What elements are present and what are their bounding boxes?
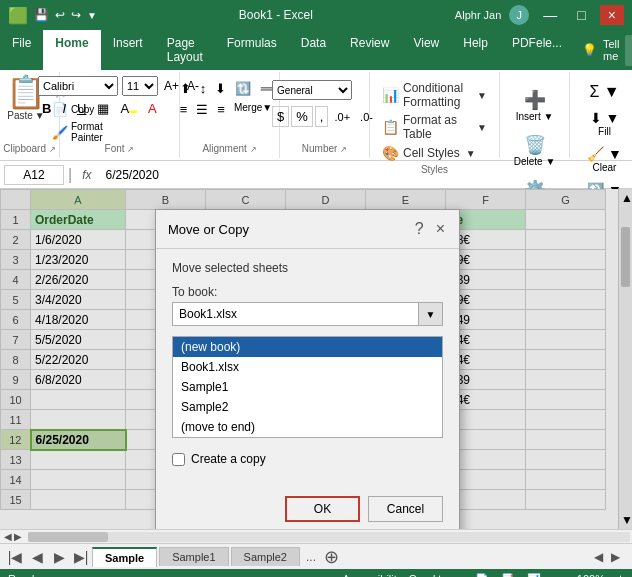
cell-styles-btn[interactable]: 🎨 Cell Styles ▼ [378,144,480,162]
ribbon-tab-bar: File Home Insert Page Layout Formulas Da… [0,30,632,70]
insert-btn[interactable]: ➕ Insert ▼ [511,86,559,125]
app-title: Book1 - Excel [97,8,455,22]
sheet-tab-sample2[interactable]: Sample2 [231,547,300,566]
underline-btn[interactable]: U [73,100,90,117]
create-copy-row: Create a copy [172,452,443,466]
tab-home[interactable]: Home [43,30,100,70]
to-book-select-wrapper[interactable]: Book1.xlsx ▼ [172,302,443,326]
tab-page-layout[interactable]: Page Layout [155,30,215,70]
format-as-table-btn[interactable]: 📋 Format as Table ▼ [378,112,491,142]
tab-help[interactable]: Help [451,30,500,70]
add-sheet-btn[interactable]: ⊕ [320,546,342,568]
sheet-nav-first[interactable]: |◀ [4,546,26,568]
comma-btn[interactable]: , [315,106,329,127]
font-group-label: Font ↗ [105,141,135,154]
modal-body: Move selected sheets To book: Book1.xlsx… [156,249,459,488]
tab-pdfele[interactable]: PDFele... [500,30,574,70]
nav-left-btn[interactable]: ◀ [590,548,607,566]
sheet-tab-sample1[interactable]: Sample1 [159,547,228,566]
merge-btn[interactable]: Merge▼ [231,101,275,118]
increase-decimal-btn[interactable]: .0+ [330,109,354,125]
fill-btn[interactable]: ⬇ ▼ Fill [585,107,625,140]
to-book-arrow[interactable]: ▼ [418,303,442,325]
horizontal-scrollbar-thumb[interactable] [28,532,108,542]
cancel-button[interactable]: Cancel [368,496,443,522]
scroll-left-btn[interactable]: ◀ [4,531,12,542]
close-btn[interactable]: × [600,5,624,25]
tell-me-icon: 💡 [582,43,597,57]
tab-formulas[interactable]: Formulas [215,30,289,70]
share-btn[interactable]: 🔗 Share [625,35,632,66]
paste-label[interactable]: Paste [7,110,33,121]
quick-save[interactable]: 💾 [34,8,49,22]
fill-color-btn[interactable]: A▬ [116,100,141,117]
modal-close-btn[interactable]: × [434,218,447,240]
tab-review[interactable]: Review [338,30,401,70]
align-right-btn[interactable]: ≡ [214,101,228,118]
percent-btn[interactable]: % [291,106,313,127]
conditional-formatting-label: Conditional Formatting [403,81,471,109]
fx-label: fx [76,168,97,182]
align-middle-btn[interactable]: ↕ [197,80,210,97]
format-table-icon: 📋 [382,119,399,135]
dropdown-item-move-end[interactable]: (move to end) [173,417,442,437]
align-left-btn[interactable]: ≡ [177,101,191,118]
tab-insert[interactable]: Insert [101,30,155,70]
font-group: Calibri 11 A+ A- B I U ▦ A▬ A Font [60,72,180,158]
font-size-select[interactable]: 11 [122,76,158,96]
undo-btn[interactable]: ↩ [55,8,65,22]
dropdown-item-sample1[interactable]: Sample1 [173,377,442,397]
tab-view[interactable]: View [401,30,451,70]
styles-group: 📊 Conditional Formatting ▼ 📋 Format as T… [370,72,500,158]
dropdown-item-book1[interactable]: Book1.xlsx [173,357,442,377]
horizontal-scrollbar-track[interactable] [28,532,630,542]
maximize-btn[interactable]: □ [571,5,591,25]
cond-fmt-arrow: ▼ [477,90,487,101]
delete-btn[interactable]: 🗑️ Delete ▼ [509,131,561,170]
dropdown-item-sample2[interactable]: Sample2 [173,397,442,417]
conditional-formatting-btn[interactable]: 📊 Conditional Formatting ▼ [378,80,491,110]
move-copy-modal: Move or Copy ? × Move selected sheets To… [155,209,460,529]
ok-button[interactable]: OK [285,496,360,522]
sheet-tab-sample[interactable]: Sample [92,547,157,567]
dropdown-item-new-book[interactable]: (new book) [173,337,442,357]
currency-btn[interactable]: $ [272,106,289,127]
view-page-break-btn[interactable]: 📊 [527,573,541,578]
zoom-out-btn[interactable]: — [553,572,565,577]
fill-icon: ⬇ ▼ [590,110,620,126]
sheet-nav-prev[interactable]: ◀ [26,546,48,568]
sheet-nav-last[interactable]: ▶| [70,546,92,568]
dropdown-arrow[interactable]: ▼ [87,10,97,21]
ribbon-content: 📋 Paste ▼ ✂️ Cut 📄 Copy 🖌️ Format Painte [0,70,632,160]
border-btn[interactable]: ▦ [93,100,113,117]
view-layout-btn[interactable]: 📑 [501,573,515,578]
zoom-level: 100% [577,573,605,577]
clear-btn[interactable]: 🧹 ▼ Clear [582,143,627,176]
modal-help-btn[interactable]: ? [413,218,426,240]
tab-data[interactable]: Data [289,30,338,70]
text-orient-btn[interactable]: 🔃 [232,80,254,97]
number-format-select[interactable]: General [272,80,352,100]
italic-btn[interactable]: I [58,100,70,117]
scroll-right-btn[interactable]: ▶ [14,531,22,542]
create-copy-checkbox[interactable] [172,453,185,466]
cell-ref-box[interactable] [4,165,64,185]
minimize-btn[interactable]: — [537,5,563,25]
tab-file[interactable]: File [0,30,43,70]
bold-btn[interactable]: B [38,100,55,117]
styles-group-label: Styles [421,162,448,175]
font-name-select[interactable]: Calibri [38,76,118,96]
align-center-btn[interactable]: ☰ [193,101,211,118]
redo-btn[interactable]: ↪ [71,8,81,22]
status-text: Ready [8,573,40,577]
view-normal-btn[interactable]: 📄 [475,573,489,578]
autosum-btn[interactable]: Σ ▼ [584,80,624,104]
user-avatar: J [509,5,529,25]
nav-right-btn[interactable]: ▶ [607,548,624,566]
font-color-btn[interactable]: A [144,100,161,117]
align-bottom-btn[interactable]: ⬇ [212,80,229,97]
zoom-in-btn[interactable]: + [617,572,624,577]
align-top-btn[interactable]: ⬆ [177,80,194,97]
tell-me-input[interactable]: Tell me [603,38,620,62]
sheet-nav-next[interactable]: ▶ [48,546,70,568]
